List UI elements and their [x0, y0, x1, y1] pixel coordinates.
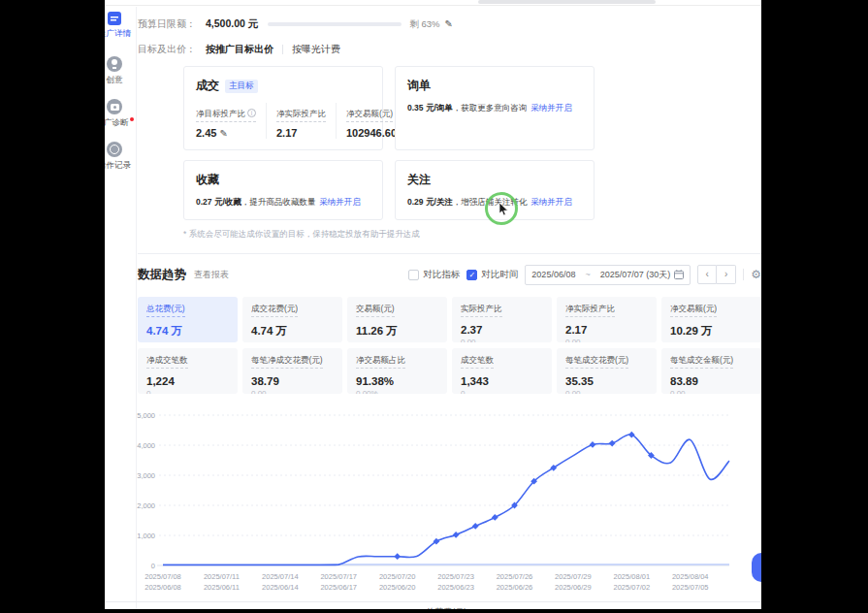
- budget-amount: 4,500.00 元: [206, 17, 258, 31]
- goal-card-title: 询单: [407, 78, 431, 94]
- svg-text:2025/06/17: 2025/06/17: [320, 583, 357, 592]
- compare-time-checkbox[interactable]: ✓ 对比时间: [466, 269, 518, 281]
- svg-text:2025/07/11: 2025/07/11: [204, 572, 240, 581]
- goal-card-deal[interactable]: 成交 主目标 净目标投产比i 2.45 ✎ 净实际投产比 2.17 净交易额(元…: [183, 66, 383, 150]
- sidebar: 推广详情 创意 推广诊断 操作记录: [105, 7, 137, 609]
- metric-card[interactable]: 每笔净成交花费(元)38.790.00: [242, 348, 342, 394]
- metric-cards: 总花费(元)4.74 万0.00 成交花费(元)4.74 万0.00 交易额(元…: [138, 297, 761, 394]
- divider: [282, 45, 283, 54]
- section-divider: [138, 253, 761, 254]
- edit-budget-icon[interactable]: ✎: [444, 19, 452, 29]
- svg-text:2025/07/29: 2025/07/29: [555, 572, 592, 581]
- metric-card[interactable]: 每笔成交金额(元)83.890.00: [661, 348, 761, 394]
- sidebar-item-diagnosis[interactable]: 推广诊断: [105, 99, 137, 129]
- trend-header: 数据趋势 查看报表 对比指标 ✓ 对比时间 2025/06/08 ~ 2025/…: [138, 264, 761, 285]
- checkbox-checked[interactable]: ✓: [466, 270, 477, 280]
- metric-card[interactable]: 净成交笔数1,2240: [138, 348, 238, 394]
- metric-card[interactable]: 净交易额占比91.38%0.00%: [347, 348, 447, 394]
- svg-text:2025/06/08: 2025/06/08: [145, 583, 181, 592]
- date-start: 2025/06/08: [531, 270, 575, 279]
- metric-card[interactable]: 净实际投产比2.170.00: [557, 297, 657, 342]
- svg-text:2025/07/02: 2025/07/02: [614, 583, 651, 592]
- daily-budget-row: 预算日限额： 4,500.00 元 剩 63% ✎: [138, 16, 761, 32]
- stat-target-roi: 净目标投产比i 2.45 ✎: [196, 103, 266, 139]
- metric-card[interactable]: 交易额(元)11.26 万0.00: [347, 297, 447, 342]
- svg-text:2025/06/23: 2025/06/23: [437, 583, 474, 592]
- notification-dot: [130, 117, 134, 121]
- svg-text:2025/06/29: 2025/06/29: [555, 583, 592, 592]
- gear-icon[interactable]: ⚙: [751, 268, 761, 281]
- trend-title: 数据趋势: [138, 267, 186, 283]
- goal-bid-row: 目标及出价： 按推广目标出价 按曝光计费: [138, 43, 761, 56]
- checkbox-unchecked[interactable]: [408, 270, 419, 280]
- clock-icon: [107, 142, 122, 157]
- goal-bid-label: 目标及出价：: [138, 43, 206, 56]
- horizontal-scrollbar[interactable]: [478, 0, 656, 4]
- svg-text:2025/06/26: 2025/06/26: [497, 583, 533, 592]
- svg-text:2025/07/17: 2025/07/17: [320, 572, 357, 581]
- primary-goal-badge: 主目标: [225, 80, 258, 93]
- svg-text:2025/06/20: 2025/06/20: [379, 583, 416, 592]
- goal-card-title: 关注: [407, 172, 431, 188]
- app-window: 推广详情 创意 推广诊断 操作记录 预算日限额： 4,500.00 元 剩 63…: [105, 0, 761, 609]
- metric-card[interactable]: 实际投产比2.370.00: [452, 297, 552, 342]
- line-chart: 01,0002,0003,0004,0005,0002025/07/082025…: [134, 407, 745, 596]
- metric-card-total-spend[interactable]: 总花费(元)4.74 万0.00: [138, 297, 238, 342]
- prev-period-button[interactable]: ‹: [697, 265, 717, 284]
- svg-text:2025/07/05: 2025/07/05: [672, 583, 709, 592]
- next-period-button[interactable]: ›: [717, 265, 736, 284]
- trend-chart: 01,0002,0003,0004,0005,0002025/07/082025…: [134, 407, 761, 609]
- mouse-cursor: [498, 203, 510, 216]
- bid-option-by-goal[interactable]: 按推广目标出价: [206, 43, 273, 56]
- top-strip: [105, 0, 761, 6]
- bid-option-by-impression[interactable]: 按曝光计费: [292, 43, 340, 56]
- goal-card-title: 收藏: [196, 172, 219, 188]
- goal-card-inquiry[interactable]: 询单 0.35 元/询单，获取更多意向咨询采纳并开启: [395, 66, 595, 150]
- sidebar-item-creative[interactable]: 创意: [105, 56, 137, 86]
- adopt-enable-link[interactable]: 采纳并开启: [530, 103, 572, 113]
- svg-text:2025/08/04: 2025/08/04: [672, 572, 709, 581]
- metric-card[interactable]: 成交花费(元)4.74 万0.00: [242, 297, 342, 342]
- goal-note: * 系统会尽可能达成你设置的目标，保持稳定投放有助于提升达成: [183, 229, 761, 241]
- bulb-icon: [107, 56, 122, 72]
- bottom-divider: [105, 601, 761, 602]
- goal-cards: 成交 主目标 净目标投产比i 2.45 ✎ 净实际投产比 2.17 净交易额(元…: [183, 66, 595, 220]
- metric-card[interactable]: 净交易额(元)10.29 万0.00: [661, 297, 761, 342]
- svg-text:5,000: 5,000: [137, 411, 155, 420]
- svg-text:2025/08/01: 2025/08/01: [614, 572, 651, 581]
- budget-remaining: 剩 63%: [409, 18, 439, 31]
- svg-text:2025/07/08: 2025/07/08: [145, 572, 181, 581]
- goal-card-title: 成交: [196, 78, 219, 94]
- budget-progress-bar: [268, 22, 402, 26]
- adopt-enable-link[interactable]: 采纳并开启: [530, 197, 572, 207]
- compare-metric-checkbox[interactable]: 对比指标: [408, 269, 460, 281]
- promo-detail-icon: [108, 12, 121, 25]
- edit-roi-icon[interactable]: ✎: [219, 128, 227, 139]
- sidebar-item-history[interactable]: 操作记录: [105, 142, 137, 172]
- view-report-link[interactable]: 查看报表: [194, 269, 229, 281]
- sidebar-item-promo-detail[interactable]: 推广详情: [105, 12, 137, 40]
- metric-card[interactable]: 成交笔数1,3430: [452, 348, 552, 394]
- divider: [743, 269, 744, 280]
- stat-actual-roi: 净实际投产比 2.17: [266, 103, 336, 139]
- side-panel-toggle[interactable]: [752, 553, 761, 582]
- svg-text:1,000: 1,000: [137, 532, 155, 540]
- svg-text:2025/07/14: 2025/07/14: [262, 572, 299, 581]
- svg-text:2025/07/26: 2025/07/26: [497, 572, 533, 581]
- svg-text:2025/07/20: 2025/07/20: [379, 572, 416, 581]
- camera-icon: [107, 99, 122, 114]
- info-icon[interactable]: i: [247, 109, 256, 117]
- svg-text:2025/06/11: 2025/06/11: [204, 583, 240, 592]
- metric-card[interactable]: 每笔成交花费(元)35.350.00: [557, 348, 657, 394]
- adopt-enable-link[interactable]: 采纳并开启: [319, 197, 361, 207]
- date-range-input[interactable]: 2025/06/08 ~ 2025/07/07 (30天): [525, 265, 691, 285]
- calendar-icon: [674, 270, 684, 279]
- svg-text:2025/07/23: 2025/07/23: [437, 572, 474, 581]
- legend-label: 总花费(元): [426, 607, 466, 609]
- sidebar-item-label: 创意: [107, 75, 123, 86]
- svg-text:2,000: 2,000: [137, 501, 155, 510]
- goal-card-favorite[interactable]: 收藏 0.27 元/收藏，提升商品收藏数量采纳并开启: [183, 160, 383, 220]
- date-end: 2025/07/07 (30天): [600, 269, 671, 281]
- budget-label: 预算日限额：: [138, 17, 206, 31]
- svg-text:4,000: 4,000: [137, 441, 155, 450]
